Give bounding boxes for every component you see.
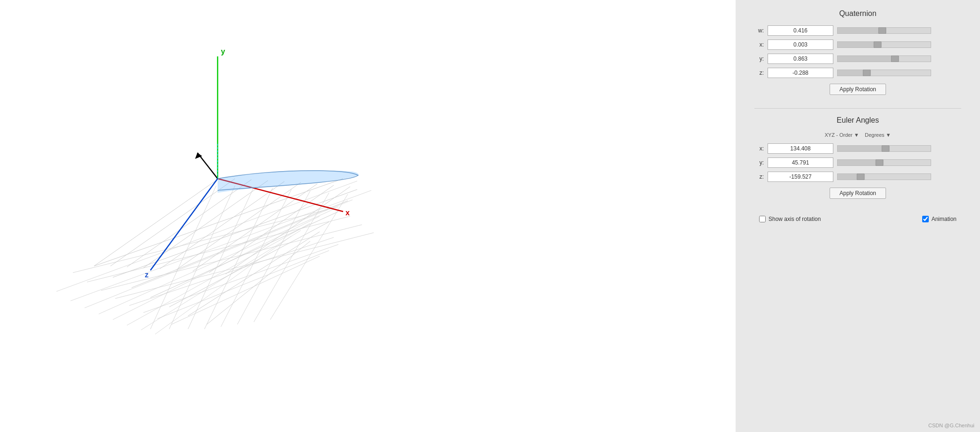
quat-x-slider[interactable] xyxy=(837,41,931,48)
quat-x-row: x: xyxy=(754,39,961,50)
3d-viewport: y x z xyxy=(0,0,736,432)
options-row: Show axis of rotation Animation xyxy=(754,216,961,222)
svg-line-38 xyxy=(209,185,334,273)
svg-line-32 xyxy=(110,179,235,266)
quat-y-label: y: xyxy=(754,55,764,62)
svg-line-31 xyxy=(94,179,219,266)
euler-x-label: x: xyxy=(754,145,764,152)
animation-option[interactable]: Animation xyxy=(922,216,956,222)
swept-area xyxy=(218,171,359,193)
euler-y-label: y: xyxy=(754,159,764,166)
euler-x-slider[interactable] xyxy=(837,145,931,152)
svg-line-26 xyxy=(132,201,348,288)
euler-y-input[interactable] xyxy=(768,157,833,168)
svg-line-33 xyxy=(127,180,251,267)
svg-line-29 xyxy=(188,232,320,316)
z-axis-label: z xyxy=(145,271,149,279)
quat-z-label: z: xyxy=(754,70,764,76)
euler-x-row: x: xyxy=(754,143,961,154)
quaternion-title: Quaternion xyxy=(754,9,961,18)
controls-panel: Quaternion w: x: y: xyxy=(736,0,980,432)
euler-section: Euler Angles XYZ - Order ▼ Degrees ▼ x: … xyxy=(754,116,961,208)
svg-line-17 xyxy=(169,186,235,329)
animation-label: Animation xyxy=(932,216,956,222)
quat-z-input[interactable] xyxy=(768,68,833,78)
euler-apply-button[interactable]: Apply Rotation xyxy=(830,188,886,199)
quaternion-apply-button[interactable]: Apply Rotation xyxy=(830,84,886,95)
euler-z-label: z: xyxy=(754,173,764,180)
y-axis-label: y xyxy=(221,47,225,55)
euler-unit-dropdown[interactable]: Degrees ▼ xyxy=(865,132,891,138)
euler-z-row: z: xyxy=(754,172,961,182)
svg-line-13 xyxy=(143,244,338,313)
euler-title: Euler Angles xyxy=(754,116,961,125)
euler-y-slider[interactable] xyxy=(837,159,931,166)
quat-y-row: y: xyxy=(754,54,961,64)
svg-line-18 xyxy=(188,187,254,329)
euler-order-dropdown[interactable]: XYZ - Order ▼ xyxy=(825,132,859,138)
quat-w-label: w: xyxy=(754,27,764,34)
quat-x-label: x: xyxy=(754,41,764,48)
svg-line-23 xyxy=(270,194,348,320)
quat-x-input[interactable] xyxy=(768,39,833,50)
quat-y-input[interactable] xyxy=(768,54,833,64)
svg-line-5 xyxy=(127,223,310,325)
animation-checkbox[interactable] xyxy=(922,216,929,222)
z-axis xyxy=(150,179,218,270)
quat-w-row: w: xyxy=(754,25,961,36)
euler-subtitle: XYZ - Order ▼ Degrees ▼ xyxy=(754,132,961,138)
svg-line-25 xyxy=(113,189,357,277)
quat-z-slider[interactable] xyxy=(837,70,931,76)
euler-y-row: y: xyxy=(754,157,961,168)
quat-w-slider[interactable] xyxy=(837,27,931,34)
svg-line-37 xyxy=(193,184,317,271)
section-divider xyxy=(754,108,961,109)
quaternion-section: Quaternion w: x: y: xyxy=(754,9,961,104)
euler-z-slider[interactable] xyxy=(837,173,931,180)
show-axis-checkbox[interactable] xyxy=(759,216,766,222)
svg-line-27 xyxy=(150,212,338,298)
footer-credit: CSDN @G.Chenhui xyxy=(928,423,974,428)
euler-x-input[interactable] xyxy=(768,143,833,154)
show-axis-option[interactable]: Show axis of rotation xyxy=(759,216,821,222)
quat-y-slider[interactable] xyxy=(837,55,931,62)
svg-line-0 xyxy=(56,181,357,291)
show-axis-label: Show axis of rotation xyxy=(768,216,821,222)
euler-z-input[interactable] xyxy=(768,172,833,182)
svg-line-6 xyxy=(141,230,301,330)
x-axis-label: x xyxy=(345,209,350,217)
svg-line-20 xyxy=(221,189,291,327)
svg-line-2 xyxy=(85,200,353,308)
svg-line-28 xyxy=(169,222,329,307)
svg-line-22 xyxy=(254,193,329,322)
quat-w-input[interactable] xyxy=(768,25,833,36)
quat-z-row: z: xyxy=(754,68,961,78)
